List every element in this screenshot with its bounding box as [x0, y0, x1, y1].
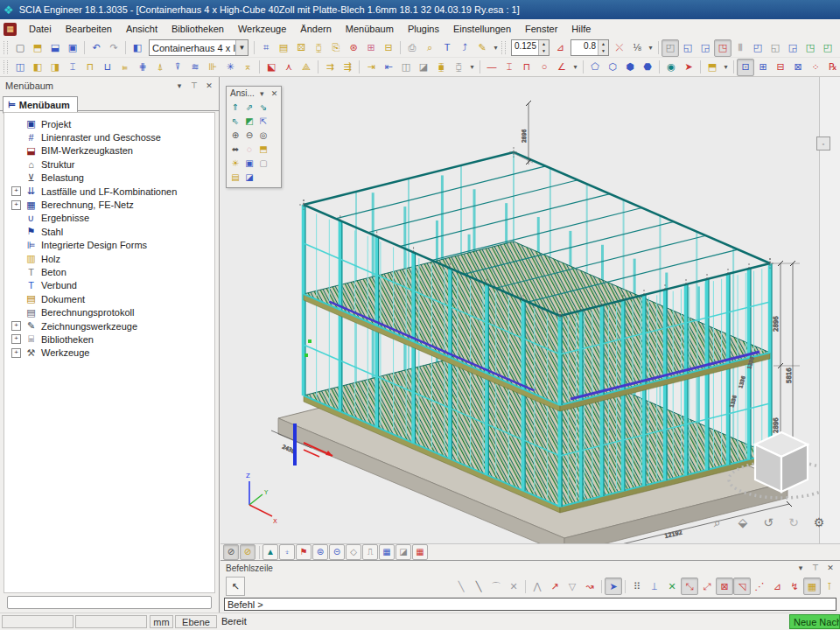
project-combobox[interactable]: Containerhaus 4 x I ▼	[149, 39, 248, 56]
viewport-restore-button[interactable]: ▫	[816, 136, 830, 150]
command-close-icon[interactable]: ✕	[824, 562, 836, 574]
snap-line-2-icon[interactable]: ╲	[470, 578, 487, 595]
show-table-icon[interactable]: ▦	[412, 544, 428, 560]
spinner-buttons[interactable]: ▲▼	[538, 40, 549, 55]
view-window-1-icon[interactable]: ◰	[662, 39, 679, 57]
menu-bibliotheken[interactable]: Bibliotheken	[164, 21, 231, 37]
show-dimensions-icon[interactable]: ⊜	[312, 544, 328, 560]
hide-dimensions-icon[interactable]: ⊝	[329, 544, 345, 560]
zoom-window-icon[interactable]: ⬌	[228, 143, 242, 157]
model-viewport[interactable]: 2896289658162896243812192133613361336ZYX…	[220, 77, 840, 543]
rib-icon[interactable]: ⊪	[204, 59, 221, 76]
view-window-3-icon[interactable]: ◲	[696, 39, 714, 57]
plate-icon[interactable]: ≋	[186, 59, 204, 76]
toolbar-grip[interactable]	[501, 41, 506, 54]
cross-beam-icon[interactable]: ◨	[46, 59, 64, 76]
profile-icon[interactable]: ⌶	[64, 59, 81, 76]
select-clear-icon[interactable]: ⊠	[789, 59, 807, 76]
toolbar-grip[interactable]	[4, 60, 8, 74]
document-more-icon[interactable]: ▾	[491, 39, 500, 57]
render-wireframe-icon[interactable]: ⊘	[223, 544, 239, 560]
menu-fenster[interactable]: Fenster	[518, 21, 564, 37]
tree-item-projekt[interactable]: ▣Projekt	[4, 117, 214, 130]
tree-item-zeichnungswerkzeuge[interactable]: +✎Zeichnungswerkzeuge	[4, 319, 214, 332]
visibility-icon[interactable]: ◉	[662, 59, 680, 76]
tree-item-werkzeuge[interactable]: +⚒Werkzeuge	[4, 346, 214, 360]
panel-pin-icon[interactable]: ⊤	[188, 80, 200, 92]
multi-copy-icon[interactable]: ⇶	[339, 59, 356, 76]
select-node-icon[interactable]: ⊡	[737, 59, 754, 76]
beam-icon[interactable]: ◫	[11, 59, 29, 76]
tree-item-verbund[interactable]: TVerbund	[4, 279, 214, 292]
model-canvas[interactable]: 2896289658162896243812192133613361336ZYX	[220, 77, 840, 543]
show-supports-icon[interactable]: ▲	[262, 544, 278, 560]
gallery-icon[interactable]: ⊞	[362, 39, 380, 57]
property-wheel-icon[interactable]: ⊛	[345, 39, 362, 57]
layers-icon[interactable]: ▤	[275, 39, 292, 57]
show-mesh-icon[interactable]: ◇	[346, 544, 361, 560]
show-rendering-icon[interactable]: ◪	[396, 544, 411, 560]
snap-node-icon[interactable]: ⤢	[698, 578, 716, 595]
zoom-out-icon[interactable]: ⊖	[242, 129, 256, 143]
view-axo-icon[interactable]: ⇖	[228, 115, 242, 129]
show-loads-icon[interactable]: ⍖	[279, 544, 295, 560]
redo-icon[interactable]: ↷	[105, 39, 122, 57]
polygon-select-2-icon[interactable]: ⬡	[604, 59, 621, 76]
snap-arc-icon[interactable]: ⌒	[487, 578, 505, 595]
nav-cube-icon[interactable]: ⬙	[734, 514, 752, 531]
scale-ratio-icon[interactable]: ⅛	[628, 39, 646, 57]
workspace-icon[interactable]: ◧	[129, 39, 146, 57]
show-results-icon[interactable]: ▦	[379, 544, 395, 560]
snap-direction-icon[interactable]: ↗	[546, 578, 564, 595]
combobox-arrow-icon[interactable]: ▼	[235, 40, 248, 55]
select-points-icon[interactable]: ⁘	[807, 59, 824, 76]
paperspace-icon[interactable]: ⊟	[380, 39, 397, 57]
tree-item-berechnungsprotokoll[interactable]: ▤Berechnungsprotokoll	[4, 305, 214, 318]
clipboard-icon[interactable]: ⧮	[310, 39, 327, 57]
tree-item-ergebnisse[interactable]: ∪Ergebnisse	[4, 212, 214, 225]
copy-attributes-icon[interactable]: ⎘	[327, 39, 345, 57]
view-window-9-icon[interactable]: ◳	[802, 39, 819, 57]
tree-item-lastfälle-und-lf-kombinationen[interactable]: +⇊Lastfälle und LF-Kombinationen	[4, 185, 214, 198]
truss-down-icon[interactable]: ⍒	[169, 59, 186, 76]
palette-close-icon[interactable]: ✕	[270, 88, 279, 100]
snap-delete-icon[interactable]: ✕	[505, 578, 522, 595]
view-front-icon[interactable]: ⇑	[228, 101, 242, 115]
snap-line-1-icon[interactable]: ╲	[452, 578, 470, 595]
drawing-more-icon[interactable]: ▾	[721, 59, 731, 76]
polyline-icon[interactable]: ⌶	[500, 59, 518, 76]
snap-vertex-icon[interactable]: ⋀	[528, 578, 546, 595]
print-preview-icon[interactable]: ⌕	[421, 39, 438, 57]
snap-curve-icon[interactable]: ↝	[581, 578, 598, 595]
rotate-icon[interactable]: ◪	[415, 59, 432, 76]
menu-ansicht[interactable]: Ansicht	[119, 21, 164, 37]
nav-orbit-1-icon[interactable]: ↺	[760, 514, 777, 531]
polygon-select-1-icon[interactable]: ⬠	[586, 59, 604, 76]
fly-mode-icon[interactable]: ➤	[680, 59, 697, 76]
stretch-icon[interactable]: ⧯	[432, 59, 450, 76]
edit-document-icon[interactable]: ✎	[473, 39, 491, 57]
view-window-6-icon[interactable]: ◰	[749, 39, 766, 57]
palette-dropdown-icon[interactable]: ▾	[257, 88, 267, 100]
activity-icon[interactable]: ⚄	[292, 39, 310, 57]
view-window-4-icon[interactable]: ◳	[714, 39, 732, 57]
snap-filter-icon[interactable]: ▽	[564, 578, 581, 595]
open-project-icon[interactable]: ⬒	[29, 39, 46, 57]
clip-box-icon[interactable]: ▣	[242, 157, 256, 171]
view-window-10-icon[interactable]: ◰	[819, 39, 836, 57]
scale-more-icon[interactable]: ▾	[646, 39, 655, 57]
tree-item-dokument[interactable]: ▤Dokument	[4, 292, 214, 305]
undo-icon[interactable]: ↶	[88, 39, 105, 57]
scale-structure-icon[interactable]: ⊿	[551, 39, 569, 57]
panel-dropdown-icon[interactable]: ▾	[173, 80, 186, 92]
view-window-5-icon[interactable]: ⫴	[732, 39, 749, 57]
snap-raster-icon[interactable]: ▦	[803, 578, 821, 595]
zoom-all-icon[interactable]: ◎	[256, 129, 270, 143]
select-add-icon[interactable]: ⊞	[754, 59, 772, 76]
menu-menübaum[interactable]: Menübaum	[339, 21, 401, 37]
truss-up-icon[interactable]: ⍋	[151, 59, 169, 76]
command-dropdown-icon[interactable]: ▾	[794, 562, 807, 574]
tree-item-beton[interactable]: TBeton	[4, 265, 214, 278]
tree-filter-input[interactable]	[7, 596, 212, 609]
expand-icon[interactable]: +	[11, 348, 21, 358]
